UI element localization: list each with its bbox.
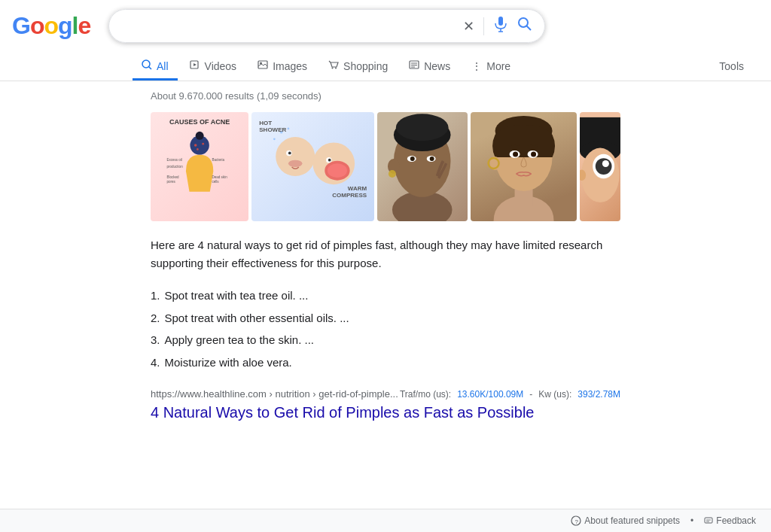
tab-all-label: All (157, 60, 169, 72)
about-snippets-label: About featured snippets (584, 515, 680, 526)
main-content: About 9.670.000 results (1,09 seconds) C… (0, 81, 771, 435)
results-count: About 9.670.000 results (1,09 seconds) (151, 90, 620, 102)
image-result-1[interactable]: CAUSES OF ACNE Excess oil production Bac (151, 112, 248, 221)
svg-rect-74 (705, 518, 712, 523)
about-snippets[interactable]: ? About featured snippets (571, 515, 680, 526)
tab-shopping[interactable]: Shopping (319, 53, 397, 81)
list-item: 1.Spot treat with tea tree oil. ... (151, 284, 620, 307)
image-result-2[interactable]: HOTSHOWER (251, 112, 374, 221)
clear-icon[interactable]: ✕ (463, 18, 474, 35)
tab-tools-label: Tools (719, 60, 744, 72)
kw-separator: - (529, 389, 532, 400)
svg-text:Bacteria: Bacteria (212, 158, 225, 162)
tab-news-label: News (424, 60, 450, 72)
svg-point-15 (332, 68, 334, 69)
image-2-label-bottom: WARMCOMPRESS (332, 185, 367, 199)
more-icon: ⋮ (471, 60, 482, 72)
svg-point-16 (335, 68, 337, 69)
feedback-button[interactable]: Feedback (704, 515, 756, 526)
search-button-icon[interactable] (517, 17, 532, 35)
image-result-4[interactable] (471, 112, 577, 221)
tab-images[interactable]: Images (248, 53, 316, 81)
tab-all[interactable]: All (133, 53, 178, 81)
videos-icon (190, 59, 200, 72)
tab-shopping-label: Shopping (343, 60, 388, 72)
image-strip: CAUSES OF ACNE Excess oil production Bac (151, 112, 620, 221)
svg-text:Excess oil: Excess oil (167, 158, 182, 162)
svg-text:Blocked: Blocked (167, 175, 180, 179)
svg-rect-4 (498, 17, 503, 26)
svg-point-38 (288, 128, 290, 130)
result-title[interactable]: 4 Natural Ways to Get Rid of Pimples as … (151, 404, 620, 421)
question-icon: ? (571, 515, 581, 526)
feedback-label: Feedback (716, 515, 756, 526)
news-icon (409, 59, 419, 72)
svg-point-44 (328, 163, 347, 178)
feedback-icon (704, 516, 713, 525)
images-icon (258, 59, 268, 72)
svg-point-23 (194, 144, 197, 147)
source-url: https://www.healthline.com › nutrition ›… (151, 388, 398, 400)
logo[interactable]: Google (12, 12, 96, 40)
search-nav: All Videos Images (133, 50, 759, 81)
svg-point-50 (389, 170, 396, 178)
svg-line-10 (149, 67, 152, 70)
search-bar: how to get rid of pimples ✕ (108, 9, 545, 43)
tab-tools[interactable]: Tools (710, 54, 759, 81)
svg-text:cells: cells (212, 180, 220, 184)
source-line: https://www.healthline.com › nutrition ›… (151, 388, 620, 400)
traf-value[interactable]: 13.60K/100.09M (457, 389, 523, 400)
svg-point-36 (288, 160, 303, 167)
svg-text:Dead skin: Dead skin (212, 175, 228, 179)
microphone-icon[interactable] (493, 16, 508, 36)
tab-news[interactable]: News (400, 53, 459, 81)
list-item: 4.Moisturize with aloe vera. (151, 351, 620, 374)
svg-marker-12 (194, 63, 197, 66)
list-item: 3.Apply green tea to the skin. ... (151, 329, 620, 351)
search-input[interactable]: how to get rid of pimples (121, 20, 457, 33)
snippet-list: 1.Spot treat with tea tree oil. ... 2.Sp… (151, 284, 620, 373)
svg-text:production: production (167, 165, 184, 169)
svg-text:pores: pores (167, 180, 176, 184)
tab-more-label: More (486, 60, 510, 72)
image-result-3[interactable] (377, 112, 467, 221)
traf-info: Traf/mo (us): 13.60K/100.09M - Kw (us): … (400, 389, 620, 400)
tab-videos-label: Videos (205, 60, 237, 72)
svg-point-33 (276, 137, 315, 176)
svg-point-24 (202, 143, 204, 145)
svg-point-42 (328, 159, 331, 162)
divider (483, 17, 484, 35)
image-1-label: CAUSES OF ACNE (157, 118, 242, 126)
svg-point-52 (410, 157, 415, 161)
svg-text:?: ? (575, 518, 579, 525)
svg-point-39 (273, 138, 276, 140)
shopping-icon (328, 59, 339, 72)
svg-point-64 (531, 152, 536, 157)
list-item: 2.Spot treat with other essential oils. … (151, 307, 620, 330)
svg-point-70 (602, 160, 609, 167)
svg-point-22 (196, 132, 204, 140)
traf-label: Traf/mo (us): (400, 389, 451, 400)
svg-point-35 (288, 152, 291, 155)
svg-point-62 (513, 152, 518, 157)
svg-point-48 (396, 114, 449, 141)
kw-label: Kw (us): (538, 389, 571, 400)
dot-separator: • (690, 515, 693, 526)
tab-images-label: Images (273, 60, 307, 72)
feedback-bar: ? About featured snippets • Feedback (0, 509, 771, 532)
svg-line-8 (527, 26, 532, 31)
all-icon (142, 59, 152, 72)
kw-value[interactable]: 393/2.78M (577, 389, 620, 400)
tab-more[interactable]: ⋮ More (462, 54, 520, 81)
image-result-5[interactable] (580, 112, 620, 221)
svg-point-25 (197, 148, 199, 150)
image-2-label-top: HOTSHOWER (259, 120, 286, 133)
tab-videos[interactable]: Videos (181, 53, 246, 81)
svg-point-55 (430, 157, 434, 161)
svg-point-7 (519, 18, 528, 27)
snippet-intro: Here are 4 natural ways to get rid of pi… (151, 236, 620, 272)
